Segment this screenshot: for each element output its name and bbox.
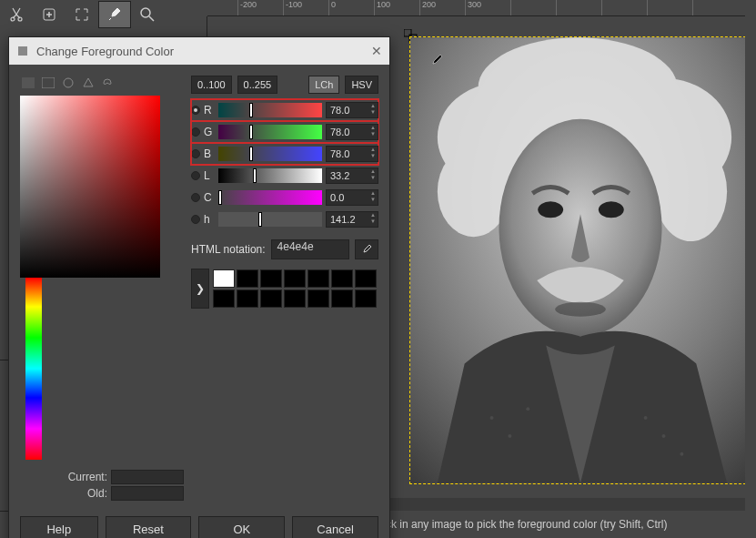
channel-h-slider[interactable] <box>218 212 322 227</box>
ruler-tick: -200 <box>240 0 257 9</box>
channel-radio[interactable] <box>191 171 200 180</box>
svg-point-9 <box>438 147 510 237</box>
dialog-icon <box>16 45 31 57</box>
svg-rect-21 <box>18 46 27 56</box>
tab-cmyk-icon[interactable] <box>40 76 56 90</box>
tab-gimp-icon[interactable] <box>20 76 36 90</box>
tool-eyedropper[interactable] <box>98 1 131 28</box>
reset-button[interactable]: Reset <box>106 516 192 538</box>
ruler-tick: 0 <box>331 0 336 9</box>
swatch-item[interactable] <box>260 289 282 308</box>
channel-h-label: h <box>204 213 215 226</box>
svg-point-16 <box>508 434 511 438</box>
range-0-255-button[interactable]: 0..255 <box>237 76 278 94</box>
svg-point-13 <box>599 201 624 218</box>
swatch-item[interactable] <box>307 289 329 308</box>
tab-wheel-icon[interactable] <box>80 76 96 90</box>
channel-b-label: B <box>204 147 215 160</box>
channel-g-slider[interactable] <box>218 125 322 139</box>
swatch-item[interactable] <box>331 269 353 288</box>
svg-point-24 <box>64 78 73 87</box>
swatch-item[interactable] <box>284 269 306 288</box>
portrait-image <box>410 37 745 483</box>
channel-r-row: R 78.0▲▼ <box>191 99 378 121</box>
old-label: Old: <box>87 487 107 500</box>
channel-radio[interactable] <box>191 106 200 115</box>
swatch-item[interactable] <box>237 289 258 308</box>
recent-swatches <box>213 269 377 308</box>
channel-g-label: G <box>204 126 215 138</box>
channel-h-value[interactable]: 141.2▲▼ <box>326 211 378 228</box>
horizontal-ruler[interactable]: -200 -100 0 100 200 300 <box>207 0 745 16</box>
saturation-value-area[interactable] <box>20 96 160 278</box>
swatch-item[interactable] <box>237 269 258 288</box>
tab-palette-icon[interactable] <box>100 76 116 90</box>
swatch-item[interactable] <box>355 289 377 308</box>
ok-button[interactable]: OK <box>198 516 285 538</box>
old-color-swatch[interactable] <box>111 486 184 501</box>
swatch-item[interactable] <box>213 289 235 308</box>
svg-point-18 <box>644 416 648 420</box>
close-button[interactable]: ✕ <box>371 44 382 58</box>
svg-rect-22 <box>22 77 35 88</box>
channel-r-value[interactable]: 78.0▲▼ <box>326 102 378 118</box>
channel-g-row: G 78.0▲▼ <box>191 121 378 143</box>
channel-g-value[interactable]: 78.0▲▼ <box>326 124 378 140</box>
channel-radio[interactable] <box>191 127 200 137</box>
svg-point-1 <box>141 8 150 17</box>
swatch-item[interactable] <box>307 269 329 288</box>
swatch-item[interactable] <box>331 289 353 308</box>
svg-point-12 <box>538 201 563 218</box>
range-0-100-button[interactable]: 0..100 <box>191 76 232 94</box>
tab-watercolor-icon[interactable] <box>60 76 76 90</box>
html-notation-input[interactable]: 4e4e4e <box>271 239 349 259</box>
channel-l-label: L <box>204 169 215 182</box>
channel-l-row: L 33.2▲▼ <box>191 165 378 187</box>
dialog-title-text: Change Foreground Color <box>36 45 174 58</box>
svg-point-10 <box>655 142 728 241</box>
channel-radio[interactable] <box>191 215 200 224</box>
colormodel-hsv-toggle[interactable]: HSV <box>345 76 378 94</box>
swatch-expand-button[interactable]: ❯ <box>191 269 209 309</box>
hue-strip[interactable] <box>25 278 42 460</box>
channel-radio[interactable] <box>191 193 200 202</box>
channel-l-value[interactable]: 33.2▲▼ <box>326 167 378 184</box>
ruler-tick: 300 <box>468 0 481 9</box>
tool-cut[interactable] <box>0 1 33 28</box>
channel-b-slider[interactable] <box>218 147 322 161</box>
picker-type-tabs <box>20 76 184 90</box>
cancel-button[interactable]: Cancel <box>292 516 378 538</box>
channel-c-row: C 0.0▲▼ <box>191 187 378 208</box>
swatch-item[interactable] <box>284 289 306 308</box>
channel-h-row: h 141.2▲▼ <box>191 208 378 230</box>
html-notation-label: HTML notation: <box>191 243 266 256</box>
channel-r-slider[interactable] <box>218 103 322 117</box>
svg-point-20 <box>680 452 683 456</box>
channel-radio[interactable] <box>191 149 200 158</box>
svg-point-17 <box>526 407 529 411</box>
channel-c-label: C <box>204 191 215 204</box>
channel-c-value[interactable]: 0.0▲▼ <box>326 189 378 206</box>
colormodel-lch-toggle[interactable]: LCh <box>308 76 339 94</box>
swatch-item[interactable] <box>213 269 235 288</box>
tool-zoom[interactable] <box>131 1 164 28</box>
svg-point-19 <box>662 434 666 438</box>
tool-resize[interactable] <box>66 1 98 28</box>
current-color-swatch <box>111 470 184 484</box>
tool-heal[interactable] <box>33 1 66 28</box>
ruler-tick: 200 <box>422 0 436 9</box>
ruler-tick: -100 <box>286 0 302 9</box>
ruler-tick: 100 <box>377 0 390 9</box>
channel-l-slider[interactable] <box>218 168 322 183</box>
current-label: Current: <box>68 471 107 483</box>
channel-b-value[interactable]: 78.0▲▼ <box>326 146 378 162</box>
channel-b-row: B 78.0▲▼ <box>191 143 378 165</box>
svg-point-15 <box>490 416 494 420</box>
help-button[interactable]: Help <box>20 516 98 538</box>
swatch-item[interactable] <box>260 269 282 288</box>
eyedropper-button[interactable] <box>355 239 378 259</box>
dialog-titlebar[interactable]: Change Foreground Color ✕ <box>9 37 389 65</box>
channel-c-slider[interactable] <box>218 190 322 205</box>
image-canvas[interactable] <box>409 36 745 484</box>
swatch-item[interactable] <box>355 269 377 288</box>
